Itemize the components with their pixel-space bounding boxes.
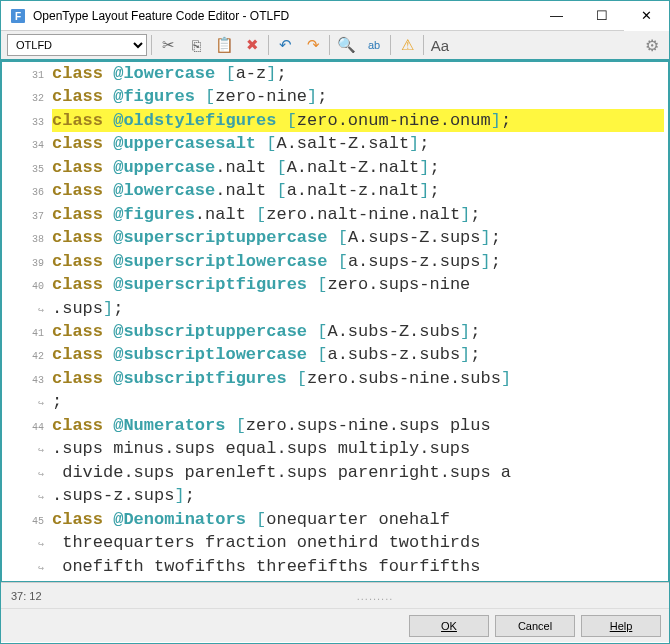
app-icon: F bbox=[9, 7, 27, 25]
delete-icon[interactable]: ✖ bbox=[240, 33, 264, 57]
code-line[interactable]: ↪.sups-z.sups]; bbox=[2, 484, 668, 507]
code-line[interactable]: 38class @superscriptuppercase [A.sups-Z.… bbox=[2, 226, 668, 249]
cancel-button[interactable]: Cancel bbox=[495, 615, 575, 637]
statusbar: 37: 12 ......... bbox=[1, 582, 669, 608]
warning-icon[interactable]: ⚠ bbox=[395, 33, 419, 57]
status-dots: ......... bbox=[91, 590, 659, 602]
code-line[interactable]: 43class @subscriptfigures [zero.subs-nin… bbox=[2, 367, 668, 390]
copy-icon[interactable]: ⎘ bbox=[184, 33, 208, 57]
maximize-button[interactable]: ☐ bbox=[579, 1, 624, 31]
code-line[interactable]: 31class @lowercase [a-z]; bbox=[2, 62, 668, 85]
find-icon[interactable]: 🔍 bbox=[334, 33, 358, 57]
paste-icon[interactable]: 📋 bbox=[212, 33, 236, 57]
ok-button[interactable]: OK bbox=[409, 615, 489, 637]
code-line[interactable]: 40class @superscriptfigures [zero.sups-n… bbox=[2, 273, 668, 296]
code-line[interactable]: 35class @uppercase.nalt [A.nalt-Z.nalt]; bbox=[2, 156, 668, 179]
undo-icon[interactable]: ↶ bbox=[273, 33, 297, 57]
code-line[interactable]: 41class @subscriptuppercase [A.subs-Z.su… bbox=[2, 320, 668, 343]
button-bar: OK Cancel Help bbox=[1, 608, 669, 642]
window-title: OpenType Layout Feature Code Editor - OT… bbox=[33, 9, 534, 23]
separator bbox=[268, 35, 269, 55]
cursor-position: 37: 12 bbox=[11, 590, 91, 602]
code-line[interactable]: 39class @superscriptlowercase [a.sups-z.… bbox=[2, 250, 668, 273]
code-editor[interactable]: 31class @lowercase [a-z];32class @figure… bbox=[2, 62, 668, 581]
code-line[interactable]: 45class @Denominators [onequarter onehal… bbox=[2, 508, 668, 531]
code-line[interactable]: 44class @Numerators [zero.sups-nine.sups… bbox=[2, 414, 668, 437]
code-line[interactable]: ↪.sups minus.sups equal.sups multiply.su… bbox=[2, 437, 668, 460]
titlebar: F OpenType Layout Feature Code Editor - … bbox=[1, 1, 669, 31]
separator bbox=[390, 35, 391, 55]
separator bbox=[423, 35, 424, 55]
code-line[interactable]: 37class @figures.nalt [zero.nalt-nine.na… bbox=[2, 203, 668, 226]
minimize-button[interactable]: — bbox=[534, 1, 579, 31]
cut-icon[interactable]: ✂ bbox=[156, 33, 180, 57]
code-line[interactable]: 42class @subscriptlowercase [a.subs-z.su… bbox=[2, 343, 668, 366]
svg-text:F: F bbox=[15, 11, 21, 22]
replace-icon[interactable]: ab bbox=[362, 33, 386, 57]
code-line[interactable]: 32class @figures [zero-nine]; bbox=[2, 85, 668, 108]
gear-icon[interactable]: ⚙ bbox=[645, 36, 663, 55]
separator bbox=[151, 35, 152, 55]
separator bbox=[329, 35, 330, 55]
code-line[interactable]: 33class @oldstylefigures [zero.onum-nine… bbox=[2, 109, 668, 132]
help-button[interactable]: Help bbox=[581, 615, 661, 637]
code-line[interactable]: 36class @lowercase.nalt [a.nalt-z.nalt]; bbox=[2, 179, 668, 202]
toolbar: OTLFD ✂ ⎘ 📋 ✖ ↶ ↷ 🔍 ab ⚠ Aa ⚙ bbox=[1, 31, 669, 61]
code-line[interactable]: 34class @uppercasesalt [A.salt-Z.salt]; bbox=[2, 132, 668, 155]
profile-select[interactable]: OTLFD bbox=[7, 34, 147, 56]
code-line[interactable]: ↪ divide.sups parenleft.sups parenright.… bbox=[2, 461, 668, 484]
close-button[interactable]: ✕ bbox=[624, 1, 669, 31]
case-icon[interactable]: Aa bbox=[428, 33, 452, 57]
code-line[interactable]: ↪ onefifth twofifths threefifths fourfif… bbox=[2, 555, 668, 578]
editor-frame: 31class @lowercase [a-z];32class @figure… bbox=[1, 61, 669, 582]
code-line[interactable]: ↪ threequarters fraction onethird twothi… bbox=[2, 531, 668, 554]
code-line[interactable]: ↪; bbox=[2, 390, 668, 413]
code-line[interactable]: ↪.sups]; bbox=[2, 297, 668, 320]
redo-icon[interactable]: ↷ bbox=[301, 33, 325, 57]
